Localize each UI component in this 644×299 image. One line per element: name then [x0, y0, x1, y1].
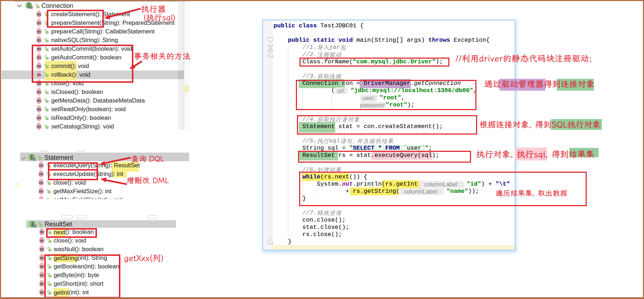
svg-text:m: m: [40, 281, 44, 286]
svg-text:m: m: [39, 163, 43, 168]
svg-text:m: m: [37, 29, 41, 34]
svg-text:m: m: [37, 89, 41, 95]
svg-text:m: m: [40, 290, 44, 295]
svg-text:m: m: [37, 124, 41, 129]
svg-text:m: m: [40, 255, 44, 261]
svg-text:m: m: [40, 272, 44, 278]
svg-text:m: m: [39, 189, 43, 194]
svg-text:m: m: [37, 20, 41, 26]
svg-text:m: m: [40, 238, 44, 243]
svg-text:m: m: [39, 197, 43, 199]
svg-text:m: m: [40, 229, 44, 235]
svg-text:m: m: [40, 246, 44, 252]
svg-text:m: m: [37, 37, 41, 43]
svg-text:m: m: [37, 115, 41, 121]
svg-text:m: m: [37, 98, 41, 103]
svg-text:m: m: [37, 107, 41, 112]
svg-text:m: m: [39, 180, 43, 185]
svg-text:m: m: [39, 171, 43, 177]
svg-text:m: m: [40, 264, 44, 269]
svg-text:m: m: [37, 12, 41, 17]
